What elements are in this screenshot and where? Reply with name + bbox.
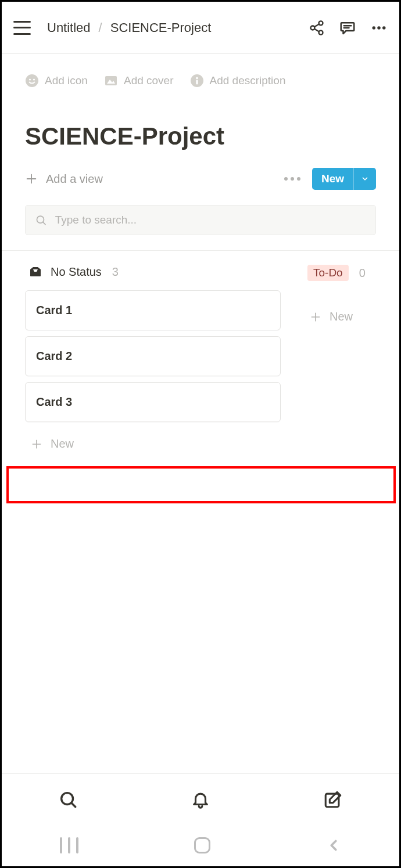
compose-icon <box>323 790 343 809</box>
view-options-icon[interactable] <box>284 177 300 181</box>
new-button-dropdown[interactable] <box>353 168 376 190</box>
svg-point-8 <box>377 26 381 30</box>
more-icon[interactable] <box>370 19 388 37</box>
new-card-button[interactable]: New <box>25 428 281 460</box>
page-actions: Add icon Add cover Add description <box>2 54 399 93</box>
breadcrumb: Untitled / SCIENCE-Project <box>47 20 211 35</box>
breadcrumb-separator: / <box>99 20 102 35</box>
search-input[interactable] <box>55 214 366 226</box>
board: No Status 3 Card 1 Card 2 Card 3 New To-… <box>2 251 399 460</box>
info-icon <box>190 74 204 88</box>
new-button-label: New <box>312 168 353 190</box>
search-icon <box>58 790 78 809</box>
board-card[interactable]: Card 3 <box>25 382 281 422</box>
svg-point-11 <box>29 78 31 80</box>
device-back-button[interactable] <box>325 837 342 854</box>
svg-point-9 <box>382 26 386 30</box>
svg-point-10 <box>26 74 38 87</box>
device-home-button[interactable] <box>194 837 210 853</box>
svg-line-21 <box>43 222 45 225</box>
search-bar[interactable] <box>25 205 376 235</box>
breadcrumb-current[interactable]: SCIENCE-Project <box>110 20 212 35</box>
add-icon-label: Add icon <box>45 74 88 87</box>
column-title-badge: To-Do <box>307 265 349 281</box>
new-card-label: New <box>51 437 74 451</box>
svg-point-16 <box>196 77 198 80</box>
new-card-label: New <box>330 310 353 323</box>
page-title[interactable]: SCIENCE-Project <box>2 93 399 165</box>
add-description-label: Add description <box>210 74 286 87</box>
new-card-button[interactable]: New <box>304 293 376 333</box>
svg-rect-13 <box>105 76 117 85</box>
toolbar-compose-button[interactable] <box>323 790 343 809</box>
column-title: No Status <box>51 265 102 279</box>
image-icon <box>104 74 118 88</box>
add-view-label: Add a view <box>46 172 103 186</box>
toolbar-search-button[interactable] <box>58 790 78 809</box>
toolbar-notifications-button[interactable] <box>191 790 210 809</box>
chevron-left-icon <box>325 837 342 854</box>
chevron-down-icon <box>361 175 369 183</box>
view-bar: Add a view New <box>2 165 399 200</box>
column-header-todo[interactable]: To-Do 0 <box>304 265 376 281</box>
board-column-no-status: No Status 3 Card 1 Card 2 Card 3 New <box>25 265 281 460</box>
column-count: 0 <box>359 266 366 280</box>
column-header-no-status[interactable]: No Status 3 <box>25 265 281 279</box>
board-column-todo: To-Do 0 New <box>304 265 376 333</box>
svg-line-27 <box>71 802 76 806</box>
comment-icon[interactable] <box>339 19 356 37</box>
share-icon[interactable] <box>309 20 325 36</box>
svg-rect-28 <box>325 794 339 807</box>
svg-point-7 <box>373 26 376 30</box>
svg-point-12 <box>33 78 35 80</box>
breadcrumb-parent[interactable]: Untitled <box>47 20 91 35</box>
add-view-button[interactable]: Add a view <box>25 172 103 186</box>
svg-rect-17 <box>196 80 198 85</box>
app-toolbar <box>2 773 399 824</box>
smiley-icon <box>25 74 39 88</box>
new-button[interactable]: New <box>312 168 376 190</box>
column-count: 3 <box>112 265 119 279</box>
add-description-button[interactable]: Add description <box>190 74 286 88</box>
add-cover-button[interactable]: Add cover <box>104 74 174 88</box>
bell-icon <box>191 790 210 809</box>
top-bar: Untitled / SCIENCE-Project <box>2 2 399 54</box>
board-card[interactable]: Card 2 <box>25 336 281 376</box>
device-recents-button[interactable] <box>59 837 80 853</box>
device-nav-bar <box>2 824 399 866</box>
svg-line-3 <box>314 28 319 31</box>
svg-line-4 <box>314 24 319 27</box>
plus-icon <box>31 438 42 450</box>
board-card[interactable]: Card 1 <box>25 290 281 330</box>
add-cover-label: Add cover <box>124 74 174 87</box>
annotation-highlight <box>6 466 396 503</box>
search-icon <box>35 214 47 226</box>
add-icon-button[interactable]: Add icon <box>25 74 88 88</box>
plus-icon <box>310 311 321 323</box>
menu-icon[interactable] <box>13 21 31 35</box>
plus-icon <box>25 172 38 185</box>
inbox-icon <box>28 265 42 279</box>
